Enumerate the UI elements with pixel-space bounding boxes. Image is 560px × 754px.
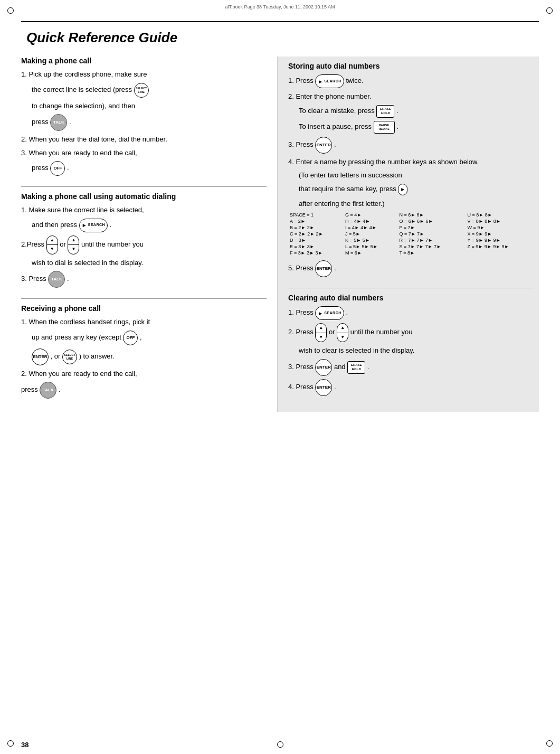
- top-rule: [21, 21, 539, 22]
- key-w: W = 9►: [466, 224, 534, 231]
- storing-step2b: To insert a pause, press PAUSE REDIAL .: [299, 121, 534, 134]
- enter-button-5[interactable]: ENTER: [315, 379, 332, 396]
- enter-button-3[interactable]: ENTER: [315, 260, 332, 277]
- storing-step4: 4. Enter a name by pressing the number k…: [288, 157, 534, 167]
- key-p: P = 7►: [397, 224, 466, 231]
- section-divider-1: [21, 186, 267, 187]
- key-v: V = 8► 8► 8►: [466, 218, 534, 224]
- clearing-step2b: wish to clear is selected in the display…: [299, 345, 534, 356]
- enter-button-2[interactable]: ENTER: [315, 137, 332, 154]
- corner-decoration-br: [546, 740, 553, 747]
- corner-decoration-tl: [7, 7, 14, 14]
- making-call-step1b: the correct line is selected (press SELE…: [32, 83, 267, 98]
- key-g: G = 4►: [344, 212, 397, 218]
- key-m: M = 6►: [344, 250, 397, 256]
- key-u: U = 8► 8►: [466, 212, 534, 218]
- corner-decoration-bl: [7, 740, 14, 747]
- off-button[interactable]: OFF: [50, 161, 65, 176]
- auto-dial-step2b: wish to dial is selected in the display.: [32, 258, 267, 268]
- search-button-2[interactable]: ► SEARCH: [315, 74, 344, 88]
- key-y: Y = 9► 9► 9►: [466, 237, 534, 243]
- key-x: X = 9► 9►: [466, 231, 534, 237]
- section-title-storing: Storing auto dial numbers: [288, 62, 534, 70]
- key-r: R = 7► 7► 7►: [397, 237, 466, 243]
- key-q: Q = 7► 7►: [397, 231, 466, 237]
- up-button[interactable]: ▲ ▼: [46, 235, 58, 255]
- making-call-step2: 2. When you hear the dial tone, dial the…: [21, 134, 267, 145]
- section-title-making-call: Making a phone call: [21, 56, 267, 65]
- talk-button-3[interactable]: TALK: [40, 382, 56, 399]
- up-arrow-icon-3: ▲: [316, 324, 326, 333]
- key-h: H = 4► 4►: [344, 218, 397, 224]
- receiving-step1: 1. When the cordless handset rings, pick…: [21, 317, 267, 327]
- down-arrow-icon-4: ▼: [337, 333, 348, 342]
- auto-dial-step2: 2.Press ▲ ▼ or ▲ ▼ until the number you: [21, 235, 267, 255]
- select-line-button[interactable]: SELECTLINE: [134, 83, 149, 98]
- key-e: E = 3► 3►: [288, 243, 344, 250]
- key-a: A = 2►: [288, 218, 344, 224]
- down-arrow-icon-3: ▼: [316, 333, 326, 342]
- talk-button-2[interactable]: TALK: [48, 271, 65, 288]
- search-arrow-icon-2: ►: [318, 78, 323, 86]
- hold-erase-button-2[interactable]: ERASE HOLD: [347, 361, 365, 374]
- receiving-step1c: ENTER , or SELECTLINE ) to answer.: [32, 348, 267, 365]
- search-arrow-icon-4: ►: [318, 309, 323, 317]
- clearing-step3: 3. Press ENTER and ERASE HOLD .: [288, 359, 534, 376]
- off-button-2[interactable]: OFF: [123, 331, 138, 345]
- auto-dial-step3: 3. Press TALK .: [21, 271, 267, 288]
- up-arrow-icon-4: ▲: [337, 324, 348, 333]
- key-c: C = 2► 2► 2►: [288, 231, 344, 237]
- clearing-step4: 4. Press ENTER .: [288, 379, 534, 396]
- enter-button-4[interactable]: ENTER: [315, 359, 332, 376]
- pause-redial-button[interactable]: PAUSE REDIAL: [374, 121, 395, 134]
- up-arrow-icon-2: ▲: [68, 236, 79, 246]
- receiving-step1b: up and press any key (except OFF ,: [32, 331, 267, 345]
- section-divider-2: [21, 298, 267, 299]
- key-j: J = 5►: [344, 231, 397, 237]
- right-column: Storing auto dial numbers 1. Press ► SEA…: [278, 56, 539, 412]
- section-title-clearing: Clearing auto dial numbers: [288, 294, 534, 302]
- enter-button-1[interactable]: ENTER: [32, 348, 49, 365]
- storing-step2a: To clear a mistake, press ERASE HOLD .: [299, 105, 534, 118]
- section-making-call: Making a phone call 1. Pick up the cordl…: [21, 56, 267, 176]
- storing-step4c: after entering the first letter.): [299, 199, 534, 209]
- section-auto-dialing: Making a phone call using automatic dial…: [21, 192, 267, 288]
- section-title-receiving: Receiving a phone call: [21, 304, 267, 313]
- down-button-2[interactable]: ▲ ▼: [337, 323, 348, 342]
- search-button-4[interactable]: ► SEARCH: [315, 306, 344, 320]
- key-n: N = 6► 6►: [397, 212, 466, 218]
- key-o: O = 6► 6► 6►: [397, 218, 466, 224]
- section-storing-auto-dial: Storing auto dial numbers 1. Press ► SEA…: [288, 62, 534, 277]
- making-call-step1d: press TALK .: [32, 114, 267, 131]
- hold-erase-button[interactable]: ERASE HOLD: [376, 105, 394, 118]
- storing-step4a: (To enter two letters in succession: [299, 170, 534, 181]
- key-l: L = 5► 5► 5►: [344, 243, 397, 250]
- select-line-button-2[interactable]: SELECTLINE: [62, 350, 77, 364]
- content-columns: Making a phone call 1. Pick up the cordl…: [21, 56, 539, 412]
- key-k: K = 5► 5►: [344, 237, 397, 243]
- down-button[interactable]: ▲ ▼: [68, 235, 79, 255]
- key-f: F = 3► 3► 3►: [288, 250, 344, 256]
- auto-dial-step1: 1. Make sure the correct line is selecte…: [21, 205, 267, 215]
- search-button-3[interactable]: ►: [398, 184, 407, 195]
- search-label-3: SEARCH: [324, 310, 341, 316]
- storing-step2: 2. Enter the phone number.: [288, 91, 534, 102]
- left-column: Making a phone call 1. Pick up the cordl…: [21, 56, 278, 412]
- section-receiving-call: Receiving a phone call 1. When the cordl…: [21, 304, 267, 399]
- section-divider-3: [288, 288, 534, 288]
- making-call-step3b: press OFF .: [32, 161, 267, 176]
- search-label-2: SEARCH: [324, 79, 341, 84]
- search-arrow-icon-3: ►: [400, 185, 405, 193]
- key-i: I = 4► 4► 4►: [344, 224, 397, 231]
- storing-step5: 5. Press ENTER .: [288, 260, 534, 277]
- making-call-step1: 1. Pick up the cordless phone, make sure: [21, 69, 267, 80]
- up-button-2[interactable]: ▲ ▼: [315, 323, 327, 342]
- key-s: S = 7► 7► 7► 7►: [397, 243, 466, 250]
- key-space: SPACE = 1: [288, 212, 344, 218]
- search-button-1[interactable]: ► SEARCH: [79, 219, 108, 232]
- key-b: B = 2► 2►: [288, 224, 344, 231]
- clearing-step2: 2. Press ▲ ▼ or ▲ ▼ until the number you: [288, 323, 534, 342]
- making-call-step3: 3. When you are ready to end the call,: [21, 148, 267, 158]
- talk-button[interactable]: TALK: [50, 114, 67, 131]
- search-arrow-icon: ►: [82, 221, 87, 229]
